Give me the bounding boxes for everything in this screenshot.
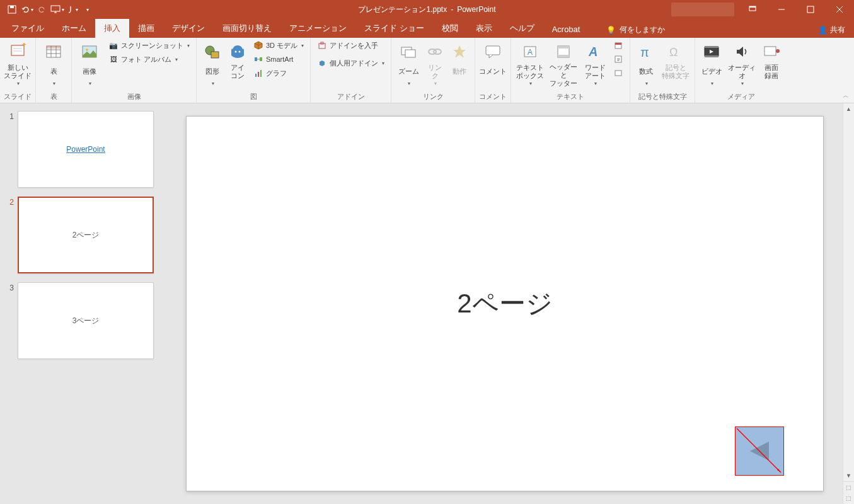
close-icon[interactable]	[825, 0, 854, 19]
shapes-button[interactable]: 図形 ▾	[200, 39, 224, 87]
tell-me-text: 何をしますか	[620, 25, 665, 35]
group-images: 画像 ▾ 📷スクリーンショット▾ 🖼フォト アルバム▾ 画像	[72, 38, 197, 103]
object-button[interactable]	[611, 67, 626, 79]
tab-home[interactable]: ホーム	[53, 19, 95, 38]
my-addins-button[interactable]: 個人用アドイン▾	[314, 57, 387, 69]
slide-number-button[interactable]: #	[611, 53, 626, 66]
svg-rect-6	[807, 6, 814, 13]
album-icon: 🖼	[108, 54, 118, 64]
svg-rect-52	[705, 55, 718, 57]
3dmodel-button[interactable]: 3D モデル▾	[251, 39, 306, 52]
photo-album-button[interactable]: 🖼フォト アルバム▾	[106, 53, 192, 66]
thumb1-text: PowerPoint	[66, 145, 105, 154]
equation-button[interactable]: π 数式 ▾	[634, 39, 658, 87]
svg-text:A: A	[528, 48, 533, 57]
tab-review[interactable]: 校閲	[433, 19, 467, 38]
new-slide-button[interactable]: ✦ 新しい スライド ▾	[4, 39, 32, 87]
screenshot-icon: 📷	[108, 40, 118, 50]
collapse-ribbon-icon[interactable]: ︿	[843, 91, 849, 100]
tell-me-search[interactable]: 💡 何をしますか	[601, 22, 670, 38]
thumbnail-slide-3[interactable]: 3ページ	[18, 282, 154, 359]
wordart-label: ワード アート	[585, 63, 606, 81]
tab-file[interactable]: ファイル	[3, 19, 53, 38]
scroll-down-icon[interactable]: ▼	[843, 470, 855, 481]
group-addins: アドインを入手 個人用アドイン▾ アドイン	[311, 38, 391, 103]
chart-button[interactable]: グラフ	[251, 67, 306, 79]
tab-slideshow[interactable]: スライド ショー	[355, 19, 433, 38]
qat-touch-icon[interactable]: ▾	[66, 3, 79, 16]
thumb-num-1: 1	[5, 111, 14, 188]
tab-animations[interactable]: アニメーション	[280, 19, 355, 38]
qat-redo-icon[interactable]	[35, 3, 49, 16]
action-label: 動作	[453, 63, 466, 81]
qat-undo-icon[interactable]: ▾	[20, 3, 34, 16]
svg-rect-33	[405, 50, 415, 57]
icons-button[interactable]: アイ コン	[227, 39, 248, 81]
tab-insert[interactable]: 挿入	[95, 19, 129, 38]
comment-button[interactable]: コメント	[479, 39, 507, 81]
tab-draw[interactable]: 描画	[129, 19, 163, 38]
pictures-label: 画像	[83, 63, 96, 81]
qat-save-icon[interactable]	[5, 3, 19, 16]
svg-point-54	[776, 49, 780, 53]
comment-label: コメント	[479, 63, 507, 81]
thumbnail-slide-1[interactable]: PowerPoint	[18, 111, 154, 188]
action-button-back-shape[interactable]	[735, 427, 784, 476]
audio-label: オーディオ	[727, 63, 757, 81]
group-comments-label: コメント	[479, 91, 507, 103]
ribbon: ✦ 新しい スライド ▾ スライド 表 ▾ 表 画像 ▾ 📷スクリーンショ	[0, 38, 854, 103]
table-icon	[43, 42, 64, 62]
group-comments: コメント コメント	[475, 38, 511, 103]
scroll-track[interactable]	[843, 115, 855, 470]
wordart-button[interactable]: A ワード アート ▾	[582, 39, 608, 87]
ribbon-display-icon[interactable]	[738, 0, 767, 19]
pictures-button[interactable]: 画像 ▾	[76, 39, 103, 87]
prev-slide-icon[interactable]: ⬚	[843, 481, 855, 493]
tab-acrobat[interactable]: Acrobat	[543, 21, 589, 38]
screenshot-button[interactable]: 📷スクリーンショット▾	[106, 39, 192, 52]
video-button[interactable]: ビデオ ▾	[699, 39, 724, 87]
zoom-label: ズーム	[398, 63, 419, 81]
maximize-icon[interactable]	[796, 0, 825, 19]
ribbon-tabs: ファイル ホーム 挿入 描画 デザイン 画面切り替え アニメーション スライド …	[0, 19, 854, 38]
table-button[interactable]: 表 ▾	[40, 39, 67, 87]
icons-label: アイ コン	[231, 63, 245, 81]
titlebar: ▾ ▾ ▾ ▾ プレゼンテーション1.pptx - PowerPoint	[0, 0, 854, 19]
vertical-scrollbar[interactable]: ▲ ▼ ⬚ ⬚	[843, 103, 854, 504]
tab-view[interactable]: 表示	[467, 19, 501, 38]
textbox-button[interactable]: A テキスト ボックス ▾	[515, 39, 545, 87]
header-footer-button[interactable]: ヘッダーと フッター	[548, 39, 579, 88]
thumb3-text: 3ページ	[72, 316, 100, 326]
smartart-icon	[253, 54, 263, 64]
qat-start-show-icon[interactable]: ▾	[50, 3, 64, 16]
qat-customize-icon[interactable]: ▾	[81, 3, 95, 16]
svg-rect-27	[255, 74, 257, 77]
tab-help[interactable]: ヘルプ	[501, 19, 543, 38]
svg-rect-18	[47, 46, 61, 49]
thumbnail-slide-2[interactable]: 2ページ	[18, 197, 154, 273]
get-addins-button[interactable]: アドインを入手	[314, 39, 387, 52]
user-account[interactable]	[671, 3, 734, 16]
zoom-button[interactable]: ズーム ▾	[395, 39, 422, 87]
icons-icon	[228, 42, 248, 62]
slide-title-text[interactable]: 2ページ	[457, 286, 552, 321]
share-button[interactable]: 👤 共有	[812, 22, 851, 38]
group-symbols: π 数式 ▾ Ω 記号と 特殊文字 記号と特殊文字	[630, 38, 695, 103]
next-slide-icon[interactable]: ⬚	[843, 493, 855, 504]
svg-rect-29	[260, 70, 262, 77]
tab-transitions[interactable]: 画面切り替え	[214, 19, 280, 38]
svg-text:✦: ✦	[21, 43, 26, 48]
audio-button[interactable]: オーディオ ▾	[727, 39, 757, 87]
slide-canvas[interactable]: 2ページ	[186, 116, 824, 491]
smartart-button[interactable]: SmartArt	[251, 53, 306, 66]
date-time-button[interactable]	[611, 39, 626, 52]
tab-design[interactable]: デザイン	[163, 19, 214, 38]
chart-icon	[253, 68, 263, 78]
screen-record-button[interactable]: 画面 録画	[759, 39, 783, 81]
filename-text: プレゼンテーション1.pptx	[358, 4, 447, 15]
scroll-up-icon[interactable]: ▲	[843, 103, 855, 115]
thumb-num-3: 3	[5, 282, 14, 359]
symbol-label: 記号と 特殊文字	[662, 63, 690, 81]
pictures-icon	[79, 42, 100, 62]
minimize-icon[interactable]	[767, 0, 796, 19]
